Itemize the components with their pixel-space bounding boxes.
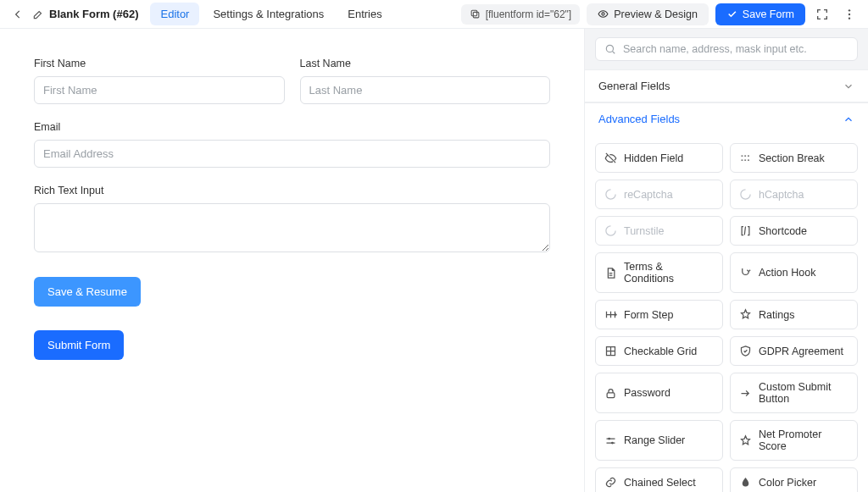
field-label: hCaptcha — [759, 189, 804, 201]
field-chained-select[interactable]: Chained Select — [595, 467, 723, 492]
steps-icon — [604, 308, 617, 321]
eye-icon — [598, 8, 609, 19]
email-input[interactable] — [34, 140, 550, 168]
field-range-slider[interactable]: Range Slider — [595, 420, 723, 461]
field-label: Range Slider — [624, 434, 685, 446]
section-advanced-title: Advanced Fields — [598, 113, 680, 125]
tab-settings[interactable]: Settings & Integrations — [203, 3, 334, 25]
field-action-hook[interactable]: Action Hook — [730, 252, 858, 293]
svg-point-5 — [849, 17, 850, 19]
field-label: Turnstile — [624, 225, 664, 237]
field-hcaptcha: hCaptcha — [730, 180, 858, 209]
field-label: Chained Select — [624, 477, 696, 489]
field-label: Checkable Grid — [624, 346, 697, 357]
tab-entries[interactable]: Entries — [337, 3, 392, 25]
field-turnstile: Turnstile — [595, 216, 723, 246]
field-label: Password — [624, 387, 670, 399]
first-name-input[interactable] — [34, 76, 285, 104]
search-icon — [604, 43, 616, 55]
form-title-wrap[interactable]: Blank Form (#62) — [32, 8, 138, 20]
svg-rect-0 — [473, 12, 479, 17]
tab-editor[interactable]: Editor — [150, 3, 199, 25]
field-custom-submit-button[interactable]: Custom Submit Button — [730, 373, 858, 413]
search-box[interactable] — [595, 37, 858, 61]
expand-icon — [815, 8, 829, 21]
field-terms-conditions[interactable]: Terms & Conditions — [595, 252, 723, 293]
eye-off-icon — [604, 152, 617, 164]
topbar: Blank Form (#62) Editor Settings & Integ… — [0, 0, 868, 29]
field-gdpr-agreement[interactable]: GDPR Agreement — [730, 336, 858, 366]
svg-rect-1 — [471, 10, 477, 16]
dots-vertical-icon — [843, 8, 856, 21]
arrow-icon — [739, 387, 752, 400]
field-shortcode[interactable]: Shortcode — [730, 216, 858, 246]
field-label: Net Promoter Score — [759, 428, 849, 452]
field-form-step[interactable]: Form Step — [595, 300, 723, 329]
chevron-up-icon — [843, 113, 854, 125]
field-label: Shortcode — [759, 225, 807, 237]
advanced-fields-grid: Hidden FieldSection BreakreCaptchahCaptc… — [585, 135, 868, 492]
field-net-promoter-score[interactable]: Net Promoter Score — [730, 420, 858, 461]
doc-icon — [604, 267, 617, 279]
email-group: Email — [34, 121, 550, 168]
field-password[interactable]: Password — [595, 373, 723, 413]
section-icon — [739, 152, 752, 164]
form-canvas: First Name Last Name Email Rich Text Inp… — [0, 29, 584, 492]
grid-icon — [604, 345, 617, 357]
spinner-icon — [739, 188, 752, 201]
pencil-icon — [32, 8, 44, 20]
rich-text-label: Rich Text Input — [34, 185, 550, 196]
rich-text-group: Rich Text Input — [34, 185, 550, 255]
search-input[interactable] — [623, 43, 849, 55]
sidebar: General Fields Advanced Fields Hidden Fi… — [584, 29, 868, 492]
slider-icon — [604, 434, 617, 447]
save-form-button[interactable]: Save Form — [715, 3, 805, 25]
chevron-down-icon — [843, 80, 854, 92]
section-advanced-fields[interactable]: Advanced Fields — [585, 102, 868, 135]
chevron-left-icon — [12, 8, 24, 20]
field-recaptcha: reCaptcha — [595, 180, 723, 209]
field-label: Color Picker — [759, 477, 816, 489]
last-name-input[interactable] — [300, 76, 551, 104]
brackets-icon — [739, 224, 752, 237]
submit-form-button[interactable]: Submit Form — [34, 330, 124, 360]
search-wrap — [585, 29, 868, 69]
field-label: GDPR Agreement — [759, 346, 843, 357]
field-label: Section Break — [759, 152, 825, 164]
field-label: Form Step — [624, 309, 673, 321]
section-general-title: General Fields — [598, 80, 670, 92]
field-checkable-grid[interactable]: Checkable Grid — [595, 336, 723, 366]
preview-label: Preview & Design — [614, 8, 698, 20]
field-hidden-field[interactable]: Hidden Field — [595, 143, 723, 173]
name-row: First Name Last Name — [34, 58, 550, 121]
more-button[interactable] — [839, 4, 860, 25]
copy-icon — [470, 8, 481, 19]
spinner-icon — [604, 188, 617, 201]
email-label: Email — [34, 121, 550, 133]
hook-icon — [739, 267, 752, 279]
field-label: Hidden Field — [624, 152, 683, 164]
back-button[interactable] — [8, 5, 27, 24]
save-form-label: Save Form — [743, 8, 794, 20]
preview-button[interactable]: Preview & Design — [587, 3, 709, 25]
shortcode-text: [fluentform id="62"] — [486, 8, 572, 20]
field-ratings[interactable]: Ratings — [730, 300, 858, 329]
shortcode-copy[interactable]: [fluentform id="62"] — [461, 4, 581, 25]
check-icon — [726, 8, 737, 19]
field-label: Ratings — [759, 309, 794, 321]
field-label: Custom Submit Button — [759, 381, 849, 405]
save-resume-button[interactable]: Save & Resume — [34, 277, 141, 307]
field-color-picker[interactable]: Color Picker — [730, 467, 858, 492]
form-title: Blank Form (#62) — [49, 8, 138, 20]
field-section-break[interactable]: Section Break — [730, 143, 858, 173]
star-icon — [739, 434, 752, 447]
svg-point-4 — [849, 13, 850, 14]
main: First Name Last Name Email Rich Text Inp… — [0, 29, 868, 492]
field-label: Action Hook — [759, 267, 815, 279]
rich-text-input[interactable] — [34, 203, 550, 252]
lock-icon — [604, 387, 617, 400]
field-label: reCaptcha — [624, 189, 673, 201]
fullscreen-button[interactable] — [812, 4, 832, 25]
section-general-fields[interactable]: General Fields — [585, 69, 868, 102]
svg-point-6 — [606, 45, 613, 52]
